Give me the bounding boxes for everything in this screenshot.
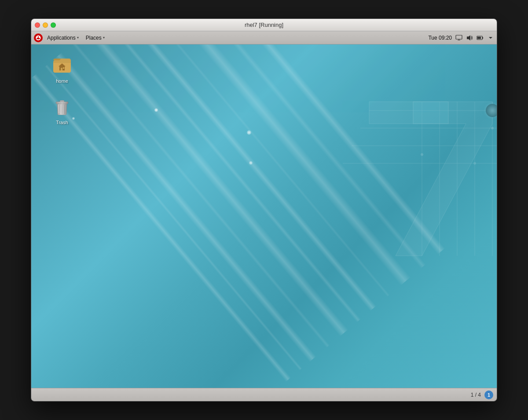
taskbar-bottom: 1 / 4 1	[31, 388, 497, 401]
clock: Tue 09:20	[428, 35, 452, 41]
svg-point-30	[491, 127, 494, 129]
close-button[interactable]	[35, 22, 40, 28]
panel-right: Tue 09:20	[428, 34, 494, 41]
trash-icon[interactable]: Trash	[44, 95, 80, 127]
places-menu[interactable]: Places ▾	[83, 34, 107, 42]
applications-menu[interactable]: Applications ▾	[44, 34, 81, 42]
places-label: Places	[86, 35, 102, 41]
panel-left: Applications ▾ Places ▾	[34, 33, 107, 42]
desktop-streaks	[31, 44, 497, 388]
svg-rect-40	[60, 100, 64, 102]
taskbar-notification-icon[interactable]: 1	[484, 391, 493, 399]
trash-image	[51, 96, 73, 118]
mac-window: rhel7 [Running] Applications ▾ Places ▾ …	[31, 18, 497, 402]
taskbar-right: 1 / 4 1	[471, 391, 493, 399]
trash-icon-label: Trash	[56, 119, 68, 125]
home-icon[interactable]: home	[44, 53, 80, 86]
workspace-indicator: 1 / 4	[471, 392, 481, 398]
volume-icon[interactable]	[466, 34, 473, 41]
gnome-panel-top: Applications ▾ Places ▾ Tue 09:20	[31, 31, 497, 44]
svg-rect-28	[413, 102, 448, 124]
svg-point-32	[473, 162, 476, 165]
svg-rect-38	[63, 67, 64, 69]
svg-rect-6	[477, 37, 481, 39]
desktop: home	[31, 44, 497, 388]
glare-dot-3	[249, 161, 253, 165]
svg-rect-0	[456, 35, 462, 39]
places-arrow: ▾	[103, 36, 105, 40]
svg-rect-37	[61, 68, 62, 70]
svg-point-31	[421, 153, 423, 156]
minimize-button[interactable]	[43, 22, 48, 28]
svg-rect-10	[55, 53, 316, 362]
rhel-icon[interactable]	[34, 33, 43, 42]
applications-arrow: ▾	[77, 36, 79, 40]
home-icon-label: home	[56, 78, 68, 84]
panel-menu-icon[interactable]	[487, 34, 494, 41]
applications-label: Applications	[47, 35, 76, 41]
glare-dot-1	[154, 108, 158, 112]
svg-rect-5	[482, 37, 483, 39]
screen-icon[interactable]	[455, 34, 462, 41]
svg-marker-7	[489, 37, 492, 39]
maximize-button[interactable]	[51, 22, 56, 28]
svg-marker-3	[467, 35, 470, 41]
glare-dot-2	[247, 130, 251, 135]
title-bar: rhel7 [Running]	[31, 19, 497, 31]
home-folder-image	[51, 55, 73, 76]
battery-icon[interactable]	[477, 34, 484, 41]
window-title: rhel7 [Running]	[245, 22, 283, 28]
notification-count: 1	[488, 392, 490, 398]
desktop-icons: home	[44, 53, 80, 128]
traffic-lights	[35, 22, 56, 28]
